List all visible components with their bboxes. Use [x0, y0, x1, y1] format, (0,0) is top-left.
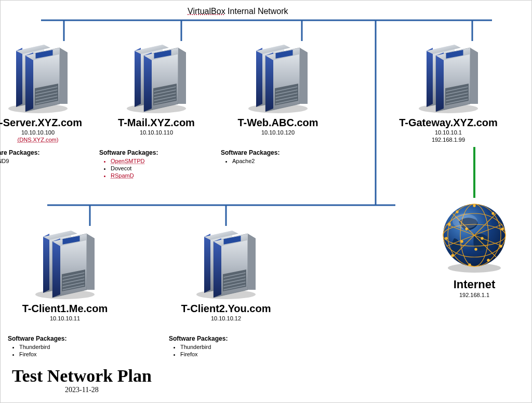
- svg-marker-67: [256, 48, 262, 107]
- software-packages: Software Packages:ThunderbirdFirefox: [8, 335, 122, 358]
- software-package-item: Dovecot: [111, 165, 214, 172]
- node-T-Client2.You.com: T-Client2.You.com10.10.10.12: [169, 223, 283, 322]
- node-ip-secondary: (DNS.XYZ.com): [0, 136, 95, 143]
- svg-point-26: [487, 259, 489, 261]
- software-packages: Software Packages:ThunderbirdFirefox: [169, 335, 283, 358]
- svg-point-34: [453, 213, 477, 229]
- node-title: T-Web.ABC.com: [221, 117, 335, 129]
- svg-marker-55: [144, 52, 152, 112]
- node-ip-secondary: 192.168.1.99: [391, 136, 506, 143]
- software-packages: Software Packages:Apache2: [221, 149, 335, 165]
- svg-marker-100: [52, 238, 60, 298]
- node-title: T-Mail.XYZ.com: [99, 117, 214, 129]
- svg-marker-85: [436, 52, 444, 112]
- node-ip: 10.10.10.110: [99, 129, 214, 136]
- node-ip: 10.10.10.12: [169, 315, 283, 322]
- svg-point-22: [473, 204, 475, 207]
- software-packages-label: Software Packages:: [0, 149, 39, 156]
- svg-marker-87: [470, 48, 478, 104]
- node-title: T-Gateway.XYZ.com: [391, 117, 506, 129]
- svg-point-23: [491, 212, 494, 214]
- svg-marker-97: [43, 234, 49, 293]
- software-package-item: OpenSMTPD: [111, 157, 214, 165]
- internet-ip: 192.168.1.1: [422, 291, 526, 299]
- svg-marker-52: [135, 48, 141, 107]
- diagram-title-block: Test Network Plan 2023-11-28: [12, 366, 152, 394]
- node-ip: 10.10.10.100: [0, 129, 95, 136]
- internet-icon: [422, 198, 526, 276]
- node-ip: 10.10.10.1: [391, 129, 506, 136]
- server-icon: [391, 37, 506, 115]
- server-icon: [221, 37, 335, 115]
- svg-point-21: [456, 210, 458, 213]
- node-title: T-Client2.You.com: [169, 303, 283, 315]
- server-icon: [0, 37, 95, 115]
- software-packages-list: BIND9: [0, 157, 95, 165]
- svg-point-25: [499, 245, 502, 247]
- bus-label-pre: VirtualBox: [188, 7, 225, 16]
- software-packages-label: Software Packages:: [221, 149, 280, 156]
- software-package-item: Thunderbird: [180, 343, 283, 351]
- software-package-item: RSpamD: [111, 172, 214, 179]
- node-ip: 10.10.10.11: [8, 315, 122, 322]
- server-icon: [169, 223, 283, 301]
- software-packages: Software Packages:OpenSMTPDDovecotRSpamD: [99, 149, 214, 179]
- software-packages-list: Apache2: [232, 157, 335, 165]
- svg-marker-117: [248, 234, 256, 290]
- bus-label: VirtualBox Internal Network: [188, 7, 288, 16]
- software-packages: Software Packages:BIND9: [0, 149, 95, 165]
- node-internet: Internet 192.168.1.1: [422, 198, 526, 299]
- software-package-item: BIND9: [0, 157, 95, 165]
- node-T-Gateway.XYZ.com: T-Gateway.XYZ.com10.10.10.1192.168.1.99: [391, 37, 506, 143]
- node-T-Web.ABC.com: T-Web.ABC.com10.10.10.120: [221, 37, 335, 136]
- software-package-item: Firefox: [180, 351, 283, 358]
- svg-point-28: [451, 254, 454, 257]
- node-T-Mail.XYZ.com: T-Mail.XYZ.com10.10.10.110: [99, 37, 214, 136]
- node-T-Server.XYZ.com: T-Server.XYZ.com10.10.10.100(DNS.XYZ.com…: [0, 37, 95, 143]
- diagram-date: 2023-11-28: [12, 386, 152, 394]
- bus-label-post: Internal Network: [225, 7, 288, 16]
- software-packages-label: Software Packages:: [99, 149, 158, 156]
- node-T-Client1.Me.com: T-Client1.Me.com10.10.10.11: [8, 223, 122, 322]
- server-icon: [8, 223, 122, 301]
- svg-marker-57: [178, 48, 186, 104]
- node-title: T-Client1.Me.com: [8, 303, 122, 315]
- software-package-item: Apache2: [232, 157, 335, 165]
- svg-point-20: [448, 223, 450, 225]
- diagram-canvas: VirtualBox Internal Network: [0, 0, 532, 403]
- software-packages-list: ThunderbirdFirefox: [19, 343, 122, 358]
- node-ip: 10.10.10.120: [221, 129, 335, 136]
- svg-marker-72: [300, 48, 308, 104]
- internet-title: Internet: [422, 278, 526, 291]
- software-packages-list: OpenSMTPDDovecotRSpamD: [111, 157, 214, 179]
- svg-point-32: [474, 248, 477, 250]
- software-package-item: Thunderbird: [19, 343, 122, 351]
- svg-marker-115: [214, 238, 221, 298]
- software-packages-list: ThunderbirdFirefox: [180, 343, 283, 358]
- svg-marker-112: [204, 234, 210, 293]
- svg-point-24: [501, 227, 503, 230]
- svg-point-27: [468, 263, 471, 266]
- svg-marker-42: [60, 48, 68, 104]
- diagram-title: Test Network Plan: [12, 366, 152, 386]
- software-package-item: Firefox: [19, 351, 122, 358]
- svg-marker-82: [427, 48, 433, 107]
- software-packages-label: Software Packages:: [8, 335, 66, 342]
- svg-marker-70: [265, 52, 273, 112]
- svg-marker-40: [25, 52, 33, 112]
- svg-point-29: [445, 237, 447, 239]
- svg-marker-102: [87, 234, 95, 290]
- svg-point-33: [460, 240, 463, 243]
- svg-marker-37: [16, 48, 22, 107]
- software-packages-label: Software Packages:: [169, 335, 228, 342]
- server-icon: [99, 37, 214, 115]
- node-title: T-Server.XYZ.com: [0, 117, 95, 129]
- svg-point-31: [481, 237, 483, 239]
